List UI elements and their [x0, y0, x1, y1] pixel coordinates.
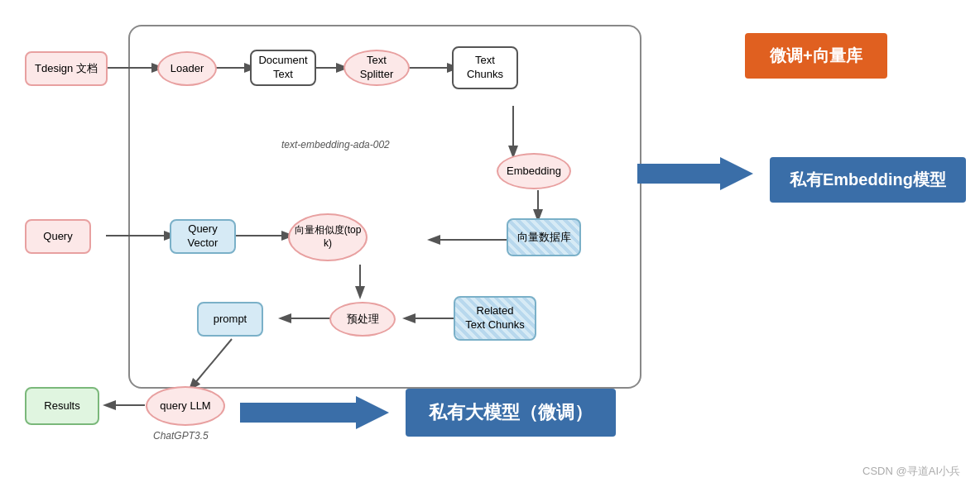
- text-chunks-node: Text Chunks: [452, 46, 518, 89]
- related-text-node: Related Text Chunks: [454, 296, 536, 341]
- preprocessing-node: 预处理: [329, 302, 396, 337]
- embedding-node: Embedding: [497, 153, 571, 189]
- results-node: Results: [25, 387, 99, 425]
- ada-label: text-embedding-ada-002: [281, 139, 390, 150]
- prompt-node: prompt: [197, 302, 263, 337]
- query-node: Query: [25, 219, 91, 254]
- svg-marker-15: [240, 396, 389, 429]
- canvas: Tdesign 文档 Loader Document Text Text Spl…: [0, 0, 980, 492]
- similarity-node: 向量相似度(top k): [288, 213, 368, 261]
- chatgpt-label: ChatGPT3.5: [153, 430, 209, 442]
- query-vector-node: Query Vector: [170, 219, 236, 254]
- svg-marker-14: [637, 157, 753, 190]
- loader-node: Loader: [157, 51, 217, 86]
- text-splitter-node: Text Splitter: [343, 50, 410, 86]
- blue-embedding-label: 私有Embedding模型: [770, 157, 966, 203]
- query-llm-node: query LLM: [146, 386, 225, 426]
- watermark: CSDN @寻道AI小兵: [862, 464, 960, 479]
- document-text-node: Document Text: [250, 50, 316, 86]
- blue-model-label: 私有大模型（微调）: [406, 389, 616, 437]
- vector-db-node: 向量数据库: [507, 218, 581, 256]
- orange-label: 微调+向量库: [745, 33, 887, 79]
- tdesign-node: Tdesign 文档: [25, 51, 108, 86]
